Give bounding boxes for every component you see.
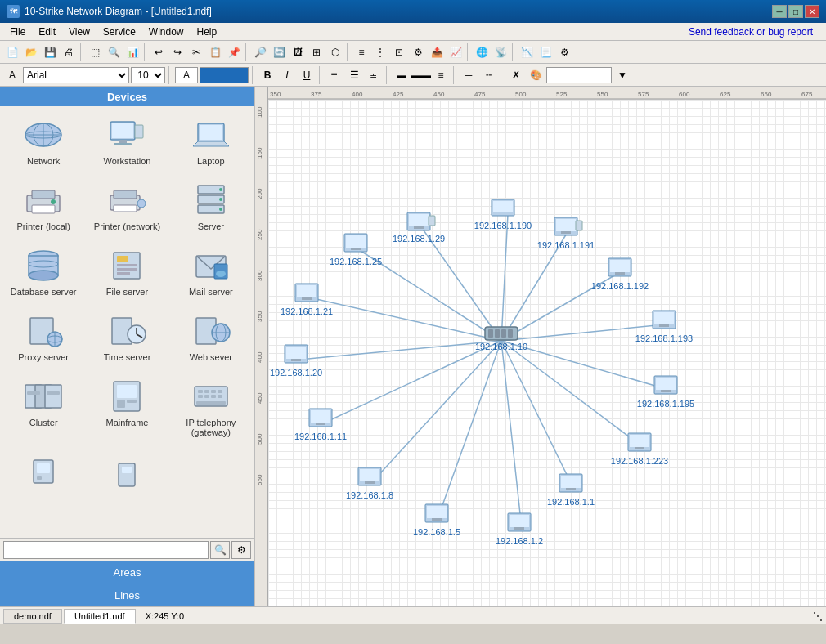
menu-edit[interactable]: Edit [32, 25, 62, 39]
device-database-server[interactable]: Database server [3, 240, 83, 302]
tab-demo[interactable]: demo.ndf [3, 609, 62, 624]
style-btn1[interactable]: ▬ [393, 66, 411, 84]
areas-button[interactable]: Areas [0, 561, 254, 584]
device-web-server[interactable]: Web sever [171, 306, 251, 368]
group-button[interactable]: ⊡ [390, 43, 408, 61]
device-workstation[interactable]: Workstation [87, 110, 167, 172]
open-button[interactable]: 📂 [22, 43, 40, 61]
node-192-168-1-20[interactable]: 192.168.1.20 [270, 345, 322, 378]
node-192-168-1-29[interactable]: 192.168.1.29 [393, 212, 445, 244]
node-192-168-1-1[interactable]: 192.168.1.1 [547, 474, 595, 507]
close-button[interactable]: ✕ [805, 5, 819, 18]
font-size-select[interactable]: 10 [131, 67, 165, 83]
arrow-style1[interactable]: ✗ [507, 66, 525, 84]
cut-button[interactable]: ✂ [187, 43, 205, 61]
font-color-btn[interactable]: A [3, 66, 21, 84]
fill-color-picker[interactable] [200, 67, 249, 83]
paste-button[interactable]: 📌 [225, 43, 243, 61]
report-button[interactable]: 📃 [536, 43, 554, 61]
font-name-select[interactable]: Arial [23, 67, 129, 83]
image-button[interactable]: 🖼 [289, 43, 307, 61]
device-proxy-server[interactable]: Proxy server [3, 306, 83, 368]
print-button[interactable]: 🖨 [60, 43, 78, 61]
undo-button[interactable]: ↩ [150, 43, 168, 61]
options-button[interactable]: ⚙ [555, 43, 573, 61]
device-server[interactable]: Server [171, 175, 251, 237]
shape-button[interactable]: ⬡ [326, 43, 344, 61]
minimize-button[interactable]: ─ [772, 5, 787, 18]
align-center-button[interactable]: ☰ [345, 66, 363, 84]
text-color-button[interactable]: A [175, 67, 198, 83]
feedback-link[interactable]: Send feedback or bug report [682, 25, 819, 39]
table-button[interactable]: ⊞ [308, 43, 325, 61]
device-file-server[interactable]: File server [87, 240, 167, 302]
distribute-button[interactable]: ⋮ [371, 43, 389, 61]
color-dropdown[interactable]: ▼ [613, 66, 631, 84]
node-192-168-1-25[interactable]: 192.168.1.25 [330, 234, 382, 266]
lines-button[interactable]: Lines [0, 584, 254, 606]
menu-window[interactable]: Window [142, 25, 191, 39]
copy-button[interactable]: 📋 [206, 43, 224, 61]
export-button[interactable]: 📤 [428, 43, 446, 61]
new-button[interactable]: 📄 [3, 43, 21, 61]
monitor-button[interactable]: 📡 [492, 43, 510, 61]
maximize-button[interactable]: □ [788, 5, 803, 18]
bold-button[interactable]: B [258, 66, 276, 84]
menu-file[interactable]: File [3, 25, 32, 39]
align-right-button[interactable]: ⫨ [365, 66, 383, 84]
node-192-168-1-191[interactable]: 192.168.1.191 [537, 217, 595, 250]
select-button[interactable]: ⬚ [86, 43, 104, 61]
italic-button[interactable]: I [278, 66, 296, 84]
tab-untitled1[interactable]: Untitled1.ndf [64, 609, 136, 624]
svg-rect-144 [656, 378, 676, 390]
menu-view[interactable]: View [62, 25, 97, 39]
import-button[interactable]: 📊 [123, 43, 141, 61]
svg-text:675: 675 [801, 91, 813, 98]
printer-network-icon [107, 181, 146, 220]
node-192-168-1-223[interactable]: 192.168.1.223 [611, 433, 668, 466]
device-mail-server[interactable]: Mail server [171, 240, 251, 302]
panel-settings-button[interactable]: ⚙ [231, 541, 251, 559]
device-printer-network[interactable]: Printer (network) [87, 175, 167, 237]
align-left-button[interactable]: ⫧ [325, 66, 343, 84]
device-extra1[interactable] [3, 446, 83, 499]
node-192-168-1-8[interactable]: 192.168.1.8 [346, 467, 393, 500]
node-192-168-1-195[interactable]: 192.168.1.195 [637, 376, 694, 409]
save-button[interactable]: 💾 [41, 43, 59, 61]
canvas-content[interactable]: 192.168.1.10 192.168.1.29 192.168.1.190 [268, 100, 826, 606]
canvas-area[interactable]: 350 375 400 425 450 475 500 525 550 575 … [255, 87, 826, 606]
redo-button[interactable]: ↪ [168, 43, 186, 61]
line-style1[interactable]: ─ [460, 66, 478, 84]
style-btn2[interactable]: ▬▬ [412, 66, 430, 84]
search-button[interactable]: 🔍 [210, 541, 230, 559]
node-192-168-1-190[interactable]: 192.168.1.190 [474, 199, 532, 230]
diagram-button[interactable]: 📈 [447, 43, 465, 61]
align-button[interactable]: ≡ [352, 43, 370, 61]
search-input[interactable] [3, 541, 209, 559]
find-button[interactable]: 🔎 [251, 43, 269, 61]
chart-button[interactable]: 📉 [518, 43, 536, 61]
device-mainframe[interactable]: Mainframe [87, 371, 167, 443]
device-time-server[interactable]: Time server [87, 306, 167, 368]
fill-btn[interactable]: 🎨 [527, 66, 545, 84]
underline-button[interactable]: U [298, 66, 316, 84]
device-ip-telephony[interactable]: IP telephony (gateway) [171, 371, 251, 443]
discover-button[interactable]: 🌐 [473, 43, 491, 61]
node-192-168-1-5[interactable]: 192.168.1.5 [413, 504, 460, 537]
replace-button[interactable]: 🔄 [270, 43, 288, 61]
device-laptop[interactable]: Laptop [171, 110, 251, 172]
line-style2[interactable]: ╌ [479, 66, 497, 84]
device-printer-local[interactable]: Printer (local) [3, 175, 83, 237]
device-network[interactable]: Network [3, 110, 83, 172]
zoom-button[interactable]: 🔍 [105, 43, 123, 61]
menu-help[interactable]: Help [191, 25, 224, 39]
node-192-168-1-11[interactable]: 192.168.1.11 [294, 409, 347, 441]
style-btn3[interactable]: ≡ [432, 66, 450, 84]
device-extra2[interactable] [87, 446, 167, 499]
device-cluster[interactable]: Cluster [3, 371, 83, 443]
settings-toolbar-button[interactable]: ⚙ [409, 43, 427, 61]
node-192-168-1-192[interactable]: 192.168.1.192 [591, 258, 649, 291]
node-192-168-1-2[interactable]: 192.168.1.2 [496, 513, 543, 546]
node-192-168-1-21[interactable]: 192.168.1.21 [281, 284, 333, 316]
menu-service[interactable]: Service [97, 25, 142, 39]
